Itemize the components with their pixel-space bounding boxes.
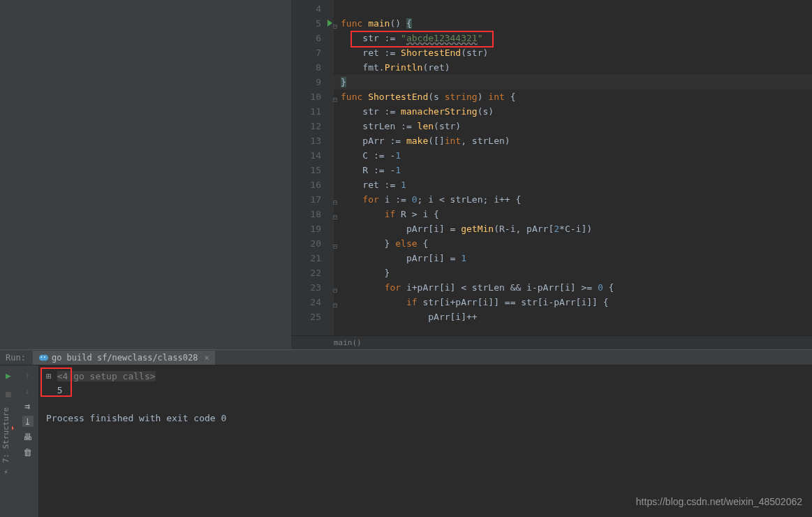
- run-tab-title: go build sf/newclass/class028: [52, 353, 198, 363]
- project-sidebar[interactable]: [0, 0, 292, 349]
- fold-icon[interactable]: [333, 268, 340, 275]
- code-line[interactable]: R := -1: [334, 163, 812, 177]
- svg-point-2: [40, 356, 42, 358]
- code-line[interactable]: fmt.Println(ret): [334, 60, 812, 75]
- code-line[interactable]: ret := ShortestEnd(str): [334, 45, 812, 60]
- line-number: 14: [292, 148, 334, 163]
- line-number: 7: [292, 45, 334, 60]
- code-editor[interactable]: 45678910111213141516171819202122232425 ⊟…: [292, 0, 812, 335]
- console-output[interactable]: ⊞ <4 go setup calls> 5 Process finished …: [39, 365, 812, 517]
- up-icon[interactable]: ↑: [22, 370, 34, 381]
- run-tab[interactable]: go build sf/newclass/class028 ×: [33, 351, 215, 365]
- fold-icon[interactable]: ⊟: [333, 92, 340, 99]
- run-panel: Run: go build sf/newclass/class028 × ▶ ■…: [0, 349, 812, 517]
- line-number: 18: [292, 207, 334, 221]
- fold-icon[interactable]: ⊟: [333, 195, 340, 202]
- line-number: 10: [292, 89, 334, 104]
- code-line[interactable]: }: [334, 265, 812, 280]
- svg-point-1: [42, 354, 48, 361]
- code-line[interactable]: }: [334, 75, 812, 89]
- print-icon[interactable]: 🖶: [22, 431, 34, 442]
- code-line[interactable]: pArr := make([]int, strLen): [334, 133, 812, 148]
- code-line[interactable]: ret := 1: [334, 177, 812, 192]
- run-label: Run:: [6, 353, 26, 363]
- line-number: 5: [292, 16, 334, 31]
- code-line[interactable]: ⊟ } else {: [334, 236, 812, 251]
- fold-icon[interactable]: ⊟: [333, 19, 340, 26]
- fold-icon[interactable]: [333, 78, 340, 85]
- line-number: 16: [292, 177, 334, 192]
- code-line[interactable]: ⊟ if R > i {: [334, 207, 812, 221]
- line-number: 25: [292, 310, 334, 324]
- code-line[interactable]: [334, 1, 812, 16]
- line-number: 22: [292, 265, 334, 280]
- line-number: 17: [292, 192, 334, 207]
- code-line[interactable]: str := manacherString(s): [334, 104, 812, 119]
- scroll-icon[interactable]: ⤓: [22, 416, 34, 427]
- fold-icon[interactable]: ⊟: [333, 239, 340, 246]
- code-line[interactable]: pArr[i]++: [334, 310, 812, 324]
- line-number: 24: [292, 295, 334, 310]
- line-number: 13: [292, 133, 334, 148]
- fold-icon[interactable]: ⊟: [333, 210, 340, 217]
- line-number: 19: [292, 221, 334, 236]
- run-gutter-icon[interactable]: [327, 20, 332, 27]
- line-number: 11: [292, 104, 334, 119]
- line-number: 15: [292, 163, 334, 177]
- run-toolbar-secondary: ↑ ↓ ⇉ ⤓ 🖶 🗑: [17, 365, 39, 517]
- stop-icon[interactable]: ■: [3, 388, 14, 399]
- fold-toggle-icon[interactable]: ⊞: [46, 371, 57, 381]
- run-icon[interactable]: ▶: [3, 370, 14, 381]
- code-line[interactable]: pArr[i] = 1: [334, 251, 812, 265]
- fold-icon[interactable]: ⊟: [333, 283, 340, 290]
- line-number: 9: [292, 75, 334, 89]
- fold-icon[interactable]: ⊟: [333, 298, 340, 305]
- line-number: 6: [292, 31, 334, 45]
- code-line[interactable]: str := "abcde12344321": [334, 31, 812, 45]
- code-line[interactable]: C := -1: [334, 148, 812, 163]
- code-line[interactable]: ⊟ for i+pArr[i] < strLen && i-pArr[i] >=…: [334, 280, 812, 295]
- code-line[interactable]: strLen := len(str): [334, 119, 812, 133]
- down-icon[interactable]: ↓: [22, 385, 34, 396]
- line-number: 4: [292, 1, 334, 16]
- structure-tool-tab[interactable]: ⚡ 7: Structure: [0, 402, 12, 482]
- line-number: 21: [292, 251, 334, 265]
- trash-icon[interactable]: 🗑: [22, 446, 34, 458]
- watermark: https://blog.csdn.net/weixin_48502062: [636, 496, 802, 507]
- run-header: Run: go build sf/newclass/class028 ×: [0, 350, 812, 365]
- code-line[interactable]: ⊟ if str[i+pArr[i]] == str[i-pArr[i]] {: [334, 295, 812, 310]
- line-gutter: 45678910111213141516171819202122232425: [292, 0, 334, 335]
- line-number: 12: [292, 119, 334, 133]
- output-value: 5: [46, 384, 805, 398]
- line-number: 20: [292, 236, 334, 251]
- blank-line: [46, 398, 805, 412]
- editor-panel: 45678910111213141516171819202122232425 ⊟…: [292, 0, 812, 349]
- code-content[interactable]: ⊟func main() { str := "abcde12344321" re…: [334, 0, 812, 335]
- svg-point-3: [44, 356, 45, 358]
- exit-code-line: Process finished with exit code 0: [46, 412, 805, 425]
- go-icon: [38, 353, 48, 363]
- wrap-icon[interactable]: ⇉: [22, 400, 34, 412]
- close-icon[interactable]: ×: [204, 353, 209, 363]
- code-line[interactable]: ⊟ for i := 0; i < strLen; i++ {: [334, 192, 812, 207]
- line-number: 23: [292, 280, 334, 295]
- line-number: 8: [292, 60, 334, 75]
- setup-calls-text: <4 go setup calls>: [57, 371, 156, 381]
- code-line[interactable]: ⊟func ShortestEnd(s string) int {: [334, 89, 812, 104]
- code-line[interactable]: pArr[i] = getMin(R-i, pArr[2*C-i]): [334, 221, 812, 236]
- code-line[interactable]: ⊟func main() {: [334, 16, 812, 31]
- breadcrumb[interactable]: main(): [292, 335, 812, 349]
